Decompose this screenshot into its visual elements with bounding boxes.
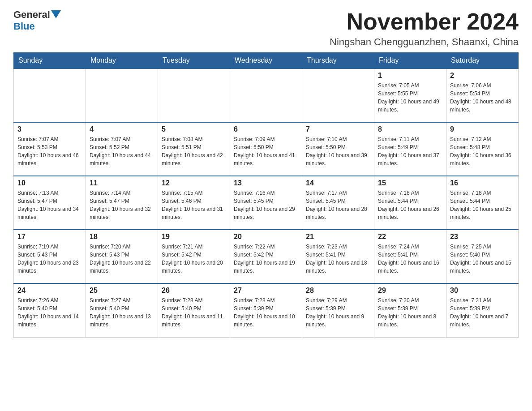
day-number: 27: [234, 287, 298, 295]
weekday-header-saturday: Saturday: [446, 53, 519, 69]
day-info: Sunrise: 7:05 AMSunset: 5:55 PMDaylight:…: [378, 81, 442, 114]
calendar-cell: 19Sunrise: 7:21 AMSunset: 5:42 PMDayligh…: [158, 230, 230, 283]
calendar-cell: 10Sunrise: 7:13 AMSunset: 5:47 PMDayligh…: [14, 176, 86, 230]
day-info: Sunrise: 7:13 AMSunset: 5:47 PMDaylight:…: [17, 189, 82, 221]
day-number: 9: [450, 125, 515, 133]
day-info: Sunrise: 7:16 AMSunset: 5:45 PMDaylight:…: [234, 189, 298, 221]
day-info: Sunrise: 7:15 AMSunset: 5:46 PMDaylight:…: [162, 189, 226, 221]
day-number: 18: [90, 233, 154, 241]
calendar-cell: 30Sunrise: 7:31 AMSunset: 5:39 PMDayligh…: [446, 283, 519, 337]
calendar-table: SundayMondayTuesdayWednesdayThursdayFrid…: [13, 52, 519, 338]
calendar-cell: 4Sunrise: 7:07 AMSunset: 5:52 PMDaylight…: [86, 122, 158, 176]
header: General Blue November 2024 Ningshan Chen…: [13, 9, 519, 48]
day-info: Sunrise: 7:18 AMSunset: 5:44 PMDaylight:…: [378, 189, 442, 221]
calendar-cell: [14, 68, 86, 122]
weekday-header-thursday: Thursday: [302, 53, 374, 69]
day-number: 4: [90, 125, 154, 133]
title-area: November 2024 Ningshan Chengguanzhen, Sh…: [330, 9, 519, 48]
calendar-cell: 29Sunrise: 7:30 AMSunset: 5:39 PMDayligh…: [374, 283, 446, 337]
day-info: Sunrise: 7:10 AMSunset: 5:50 PMDaylight:…: [306, 135, 370, 167]
day-info: Sunrise: 7:17 AMSunset: 5:45 PMDaylight:…: [306, 189, 370, 221]
day-number: 24: [17, 287, 82, 295]
weekday-header-sunday: Sunday: [14, 53, 86, 69]
day-info: Sunrise: 7:09 AMSunset: 5:50 PMDaylight:…: [234, 135, 298, 167]
day-info: Sunrise: 7:28 AMSunset: 5:40 PMDaylight:…: [162, 296, 226, 329]
day-number: 26: [162, 287, 226, 295]
day-number: 19: [162, 233, 226, 241]
day-number: 21: [306, 233, 370, 241]
calendar-cell: 11Sunrise: 7:14 AMSunset: 5:47 PMDayligh…: [86, 176, 158, 230]
day-info: Sunrise: 7:26 AMSunset: 5:40 PMDaylight:…: [17, 296, 82, 329]
location-subtitle: Ningshan Chengguanzhen, Shaanxi, China: [330, 36, 519, 48]
week-row-2: 3Sunrise: 7:07 AMSunset: 5:53 PMDaylight…: [14, 122, 519, 176]
day-number: 25: [90, 287, 154, 295]
day-number: 6: [234, 125, 298, 133]
calendar-cell: [158, 68, 230, 122]
weekday-header-wednesday: Wednesday: [230, 53, 302, 69]
day-info: Sunrise: 7:24 AMSunset: 5:41 PMDaylight:…: [378, 243, 442, 275]
day-info: Sunrise: 7:23 AMSunset: 5:41 PMDaylight:…: [306, 243, 370, 275]
day-number: 20: [234, 233, 298, 241]
day-info: Sunrise: 7:29 AMSunset: 5:39 PMDaylight:…: [306, 296, 370, 329]
week-row-3: 10Sunrise: 7:13 AMSunset: 5:47 PMDayligh…: [14, 176, 519, 230]
calendar-cell: 17Sunrise: 7:19 AMSunset: 5:43 PMDayligh…: [14, 230, 86, 283]
calendar-cell: [86, 68, 158, 122]
day-number: 23: [450, 233, 515, 241]
day-number: 1: [378, 72, 442, 80]
weekday-header-tuesday: Tuesday: [158, 53, 230, 69]
day-info: Sunrise: 7:30 AMSunset: 5:39 PMDaylight:…: [378, 296, 442, 329]
day-number: 17: [17, 233, 82, 241]
calendar-cell: 23Sunrise: 7:25 AMSunset: 5:40 PMDayligh…: [446, 230, 519, 283]
calendar-cell: 13Sunrise: 7:16 AMSunset: 5:45 PMDayligh…: [230, 176, 302, 230]
week-row-5: 24Sunrise: 7:26 AMSunset: 5:40 PMDayligh…: [14, 283, 519, 337]
calendar-cell: 8Sunrise: 7:11 AMSunset: 5:49 PMDaylight…: [374, 122, 446, 176]
day-number: 29: [378, 287, 442, 295]
day-number: 15: [378, 179, 442, 187]
day-number: 3: [17, 125, 82, 133]
day-info: Sunrise: 7:27 AMSunset: 5:40 PMDaylight:…: [90, 296, 154, 329]
logo-triangle-icon: [51, 10, 61, 18]
day-number: 22: [378, 233, 442, 241]
day-number: 12: [162, 179, 226, 187]
day-number: 30: [450, 287, 515, 295]
day-number: 14: [306, 179, 370, 187]
calendar-cell: 1Sunrise: 7:05 AMSunset: 5:55 PMDaylight…: [374, 68, 446, 122]
day-number: 13: [234, 179, 298, 187]
calendar-cell: 25Sunrise: 7:27 AMSunset: 5:40 PMDayligh…: [86, 283, 158, 337]
day-info: Sunrise: 7:22 AMSunset: 5:42 PMDaylight:…: [234, 243, 298, 275]
weekday-header-monday: Monday: [86, 53, 158, 69]
calendar-cell: 21Sunrise: 7:23 AMSunset: 5:41 PMDayligh…: [302, 230, 374, 283]
day-number: 7: [306, 125, 370, 133]
logo-general-text: General: [13, 9, 50, 21]
day-info: Sunrise: 7:11 AMSunset: 5:49 PMDaylight:…: [378, 135, 442, 167]
calendar-cell: 18Sunrise: 7:20 AMSunset: 5:43 PMDayligh…: [86, 230, 158, 283]
day-number: 16: [450, 179, 515, 187]
day-number: 11: [90, 179, 154, 187]
day-info: Sunrise: 7:31 AMSunset: 5:39 PMDaylight:…: [450, 296, 515, 329]
calendar-cell: 7Sunrise: 7:10 AMSunset: 5:50 PMDaylight…: [302, 122, 374, 176]
calendar-cell: 9Sunrise: 7:12 AMSunset: 5:48 PMDaylight…: [446, 122, 519, 176]
day-info: Sunrise: 7:25 AMSunset: 5:40 PMDaylight:…: [450, 243, 515, 275]
day-number: 2: [450, 72, 515, 80]
day-info: Sunrise: 7:14 AMSunset: 5:47 PMDaylight:…: [90, 189, 154, 221]
day-number: 28: [306, 287, 370, 295]
calendar-cell: 20Sunrise: 7:22 AMSunset: 5:42 PMDayligh…: [230, 230, 302, 283]
calendar-cell: 6Sunrise: 7:09 AMSunset: 5:50 PMDaylight…: [230, 122, 302, 176]
calendar-cell: 16Sunrise: 7:18 AMSunset: 5:44 PMDayligh…: [446, 176, 519, 230]
calendar-cell: 5Sunrise: 7:08 AMSunset: 5:51 PMDaylight…: [158, 122, 230, 176]
calendar-cell: 26Sunrise: 7:28 AMSunset: 5:40 PMDayligh…: [158, 283, 230, 337]
calendar-cell: 22Sunrise: 7:24 AMSunset: 5:41 PMDayligh…: [374, 230, 446, 283]
calendar-cell: [230, 68, 302, 122]
day-number: 8: [378, 125, 442, 133]
day-info: Sunrise: 7:18 AMSunset: 5:44 PMDaylight:…: [450, 189, 515, 221]
calendar-cell: [302, 68, 374, 122]
day-info: Sunrise: 7:12 AMSunset: 5:48 PMDaylight:…: [450, 135, 515, 167]
day-info: Sunrise: 7:19 AMSunset: 5:43 PMDaylight:…: [17, 243, 82, 275]
weekday-header-friday: Friday: [374, 53, 446, 69]
day-info: Sunrise: 7:28 AMSunset: 5:39 PMDaylight:…: [234, 296, 298, 329]
day-number: 10: [17, 179, 82, 187]
calendar-cell: 12Sunrise: 7:15 AMSunset: 5:46 PMDayligh…: [158, 176, 230, 230]
day-number: 5: [162, 125, 226, 133]
calendar-cell: 27Sunrise: 7:28 AMSunset: 5:39 PMDayligh…: [230, 283, 302, 337]
logo-blue-text: Blue: [13, 21, 35, 32]
